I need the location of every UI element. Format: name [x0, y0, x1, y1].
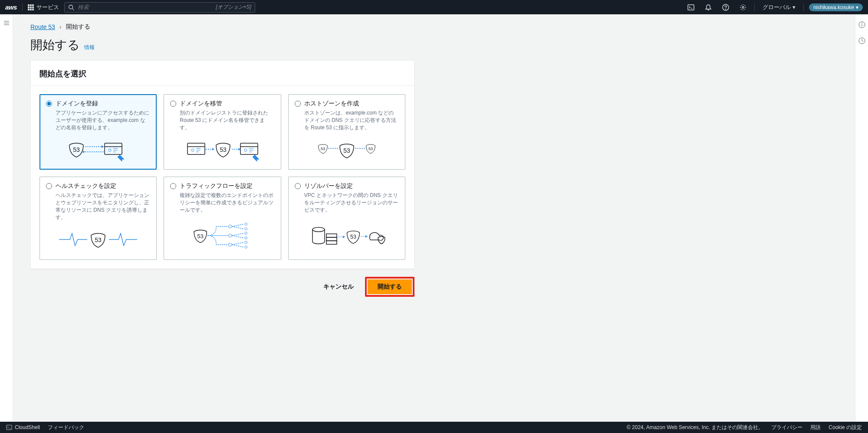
search-input[interactable] [78, 4, 212, 10]
right-rail [855, 14, 868, 422]
search-shortcut: [オプション+S] [216, 3, 251, 11]
option-transfer-domain[interactable]: ドメインを移管 別のドメインレジストラに登録された Route 53 にドメイン… [164, 94, 281, 170]
svg-rect-55 [326, 241, 337, 244]
chevron-right-icon: › [59, 23, 62, 30]
svg-line-1 [72, 8, 74, 10]
svg-line-48 [232, 243, 244, 245]
option-description: VPC とネットワークの間の DNS クエリをルーティングさせるリージョンのサー… [295, 192, 399, 213]
footer-terms[interactable]: 用語 [810, 424, 821, 431]
svg-point-47 [245, 237, 247, 239]
footer-cookie[interactable]: Cookie の設定 [829, 424, 862, 431]
cloudshell-icon [687, 4, 694, 11]
highlight-annotation: 開始する [365, 277, 414, 297]
svg-point-37 [229, 225, 232, 228]
radio-icon [295, 101, 301, 107]
svg-text:53: 53 [343, 147, 350, 154]
option-description: ホストゾーンは、example.com などのドメインの DNS クエリに応答す… [295, 109, 399, 131]
cloudshell-icon-button[interactable] [685, 1, 697, 13]
cancel-button[interactable]: キャンセル [316, 279, 361, 294]
svg-text:53: 53 [220, 146, 227, 153]
svg-line-46 [232, 236, 244, 238]
help-icon [722, 4, 729, 11]
svg-point-51 [245, 246, 247, 248]
settings-button[interactable] [737, 1, 749, 13]
clock-icon [858, 37, 865, 44]
svg-rect-2 [688, 5, 694, 10]
svg-rect-65 [7, 425, 12, 430]
svg-rect-19 [187, 143, 205, 154]
top-nav: aws サービス [オプション+S] グローバル ▾ nishikawa.kos… [0, 0, 868, 14]
svg-point-63 [861, 23, 862, 23]
svg-point-52 [312, 227, 325, 232]
breadcrumb-current: 開始する [66, 23, 90, 31]
svg-point-49 [245, 241, 247, 243]
breadcrumb-root-link[interactable]: Route 53 [30, 23, 55, 30]
radio-icon [46, 183, 52, 189]
services-label: サービス [36, 3, 59, 11]
svg-point-43 [245, 228, 247, 230]
svg-marker-15 [83, 151, 85, 153]
activity-panel-toggle[interactable] [858, 37, 865, 46]
left-rail [0, 14, 13, 422]
option-illustration: 535353 [295, 131, 399, 163]
services-button[interactable]: サービス [28, 3, 59, 11]
cloudshell-icon [6, 424, 12, 430]
option-create-hosted-zone[interactable]: ホストゾーンを作成 ホストゾーンは、example.com などのドメインの D… [288, 94, 405, 170]
svg-marker-57 [343, 236, 345, 238]
option-configure-traffic-flow[interactable]: トラフィックフローを設定 複雑な設定で複数のエンドポイントのポリシーを簡単に作成… [164, 177, 281, 259]
svg-point-45 [245, 232, 247, 234]
svg-point-29 [244, 149, 247, 151]
option-title: トラフィックフローを設定 [180, 182, 253, 190]
radio-icon [46, 101, 52, 107]
option-illustration: 53 [46, 131, 150, 163]
svg-rect-27 [240, 143, 258, 154]
start-button[interactable]: 開始する [368, 279, 412, 294]
svg-rect-53 [326, 234, 337, 237]
footer-privacy[interactable]: プライバシー [771, 424, 802, 431]
svg-point-21 [191, 149, 194, 151]
option-title: ドメインを移管 [180, 100, 222, 108]
option-title: リゾルバーを設定 [304, 182, 353, 190]
search-icon [68, 4, 74, 10]
option-configure-resolver[interactable]: リゾルバーを設定 VPC とネットワークの間の DNS クエリをルーティングさせ… [288, 177, 405, 259]
option-illustration: 53 [170, 214, 274, 253]
grid-icon [28, 4, 34, 10]
menu-toggle[interactable] [3, 20, 10, 28]
svg-text:53: 53 [197, 233, 204, 239]
option-description: アプリケーションにアクセスするためにユーザーが使用する、example.com … [46, 109, 150, 131]
option-title: ヘルスチェックを設定 [56, 182, 116, 190]
option-description: 複雑な設定で複数のエンドポイントのポリシーを簡単に作成できるビジュアルツールです… [170, 192, 274, 213]
svg-rect-16 [105, 143, 122, 154]
gear-icon [740, 4, 746, 11]
page-title: 開始する [30, 37, 80, 53]
info-icon [858, 21, 865, 28]
nav-divider [22, 3, 23, 11]
footer-cloudshell[interactable]: CloudShell [6, 424, 40, 430]
nav-divider [754, 3, 755, 11]
region-selector[interactable]: グローバル ▾ [760, 3, 798, 11]
footer-feedback[interactable]: フィードバック [48, 424, 84, 431]
svg-point-39 [229, 243, 232, 246]
footer-copyright: © 2024, Amazon Web Services, Inc. またはその関… [627, 424, 763, 431]
info-panel-toggle[interactable] [858, 21, 865, 30]
svg-marker-60 [365, 235, 368, 238]
option-illustration: 53 [295, 214, 399, 253]
option-title: ドメインを登録 [56, 100, 98, 108]
svg-text:53: 53 [368, 147, 373, 151]
option-register-domain[interactable]: ドメインを登録 アプリケーションにアクセスするためにユーザーが使用する、exam… [39, 94, 157, 170]
help-button[interactable] [720, 1, 732, 13]
footer: CloudShell フィードバック © 2024, Amazon Web Se… [0, 422, 868, 433]
info-link[interactable]: 情報 [84, 44, 95, 51]
user-menu[interactable]: nishikawa.kosuke ▾ [809, 3, 863, 11]
svg-point-18 [108, 149, 111, 151]
aws-logo[interactable]: aws [5, 3, 17, 11]
nav-divider [803, 3, 804, 11]
option-illustration: 53 [170, 131, 274, 163]
option-configure-health-check[interactable]: ヘルスチェックを設定 ヘルスチェックでは、アプリケーションとウェブリソースをモニ… [39, 177, 157, 259]
main-content: Route 53 › 開始する 開始する 情報 開始点を選択 ドメインを登録 ア… [13, 14, 855, 422]
svg-point-38 [229, 234, 232, 237]
search-box[interactable]: [オプション+S] [64, 2, 255, 13]
svg-line-50 [232, 245, 244, 247]
notifications-button[interactable] [702, 1, 714, 13]
option-description: 別のドメインレジストラに登録された Route 53 にドメイン名を移管できます… [170, 109, 274, 131]
